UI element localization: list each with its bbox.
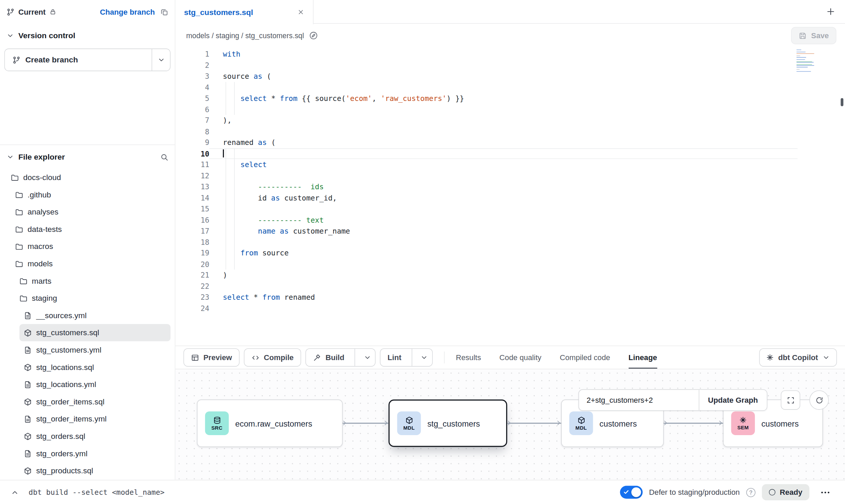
code-line-10[interactable]: 10	[175, 148, 845, 159]
preview-label: Preview	[203, 353, 232, 362]
code-line-23[interactable]: 23select * from renamed	[175, 292, 845, 302]
file-tree-item-stg_locations.yml[interactable]: stg_locations.yml	[19, 376, 171, 393]
dbt-copilot-button[interactable]: dbt Copilot	[759, 348, 837, 367]
lint-button[interactable]: Lint	[380, 348, 432, 367]
file-tree-item-__sources.yml[interactable]: __sources.yml	[19, 307, 171, 324]
line-number: 17	[175, 225, 210, 236]
code-line-11[interactable]: 11 select	[175, 159, 845, 170]
scrollbar-thumb[interactable]	[841, 98, 843, 106]
fullscreen-button[interactable]	[781, 390, 800, 410]
lint-dropdown[interactable]	[416, 349, 432, 366]
tab-lineage[interactable]: Lineage	[629, 346, 657, 369]
code-line-1[interactable]: 1with	[175, 48, 845, 59]
new-tab-icon[interactable]	[826, 7, 835, 16]
line-number: 7	[175, 115, 210, 126]
expand-panel-icon[interactable]	[11, 488, 19, 496]
code-line-8[interactable]: 8	[175, 126, 845, 137]
create-branch-dropdown[interactable]	[152, 49, 170, 71]
code-line-22[interactable]: 22	[175, 281, 845, 292]
code-line-7[interactable]: 7),	[175, 115, 845, 126]
file-tree-item-stg_order_items.yml[interactable]: stg_order_items.yml	[19, 410, 171, 428]
tab-stg_customers-sql[interactable]: stg_customers.sql	[175, 0, 314, 24]
line-number: 16	[175, 214, 210, 225]
file-tree-item-stg_orders.sql[interactable]: stg_orders.sql	[19, 428, 171, 445]
code-line-4[interactable]: 4	[175, 82, 845, 93]
code-line-2[interactable]: 2	[175, 60, 845, 71]
lineage-selector-input[interactable]: 2+stg_customers+2	[579, 390, 699, 410]
copy-icon[interactable]	[160, 8, 169, 16]
close-icon[interactable]	[297, 9, 304, 16]
code-line-9[interactable]: 9renamed as (	[175, 137, 845, 148]
node-label: stg_customers	[427, 419, 480, 428]
save-button[interactable]: Save	[791, 27, 836, 44]
folder-icon	[19, 277, 28, 285]
refresh-button[interactable]	[810, 390, 829, 410]
folder-icon	[15, 208, 23, 216]
minimap[interactable]	[797, 49, 815, 75]
lineage-panel[interactable]: SRCecom.raw_customersMDLstg_customersMDL…	[175, 369, 845, 480]
file-tree-item-data-tests[interactable]: data-tests	[11, 221, 171, 238]
file-name: models	[28, 260, 53, 268]
file-tree-item-stg_orders.yml[interactable]: stg_orders.yml	[19, 445, 171, 462]
code-text: renamed as (	[209, 137, 797, 148]
file-name: stg_orders.sql	[36, 432, 85, 440]
file-tree-item-docs-cloud[interactable]: docs-cloud	[6, 169, 171, 186]
file-tree-item-models[interactable]: models	[11, 255, 171, 272]
file-tree-item-stg_customers.yml[interactable]: stg_customers.yml	[19, 341, 171, 359]
code-line-21[interactable]: 21)	[175, 270, 845, 281]
code-line-5[interactable]: 5 select * from {{ source('ecom', 'raw_c…	[175, 93, 845, 104]
create-branch-button[interactable]: Create branch	[4, 48, 171, 71]
more-options-button[interactable]	[816, 484, 834, 500]
version-control-title: Version control	[18, 31, 75, 40]
search-icon[interactable]	[160, 153, 169, 161]
code-text: select	[209, 159, 797, 170]
code-line-14[interactable]: 14 id as customer_id,	[175, 192, 845, 203]
code-line-18[interactable]: 18	[175, 236, 845, 247]
file-tree-item-stg_order_items.sql[interactable]: stg_order_items.sql	[19, 393, 171, 411]
tab-code-quality[interactable]: Code quality	[499, 346, 541, 369]
folder-icon	[15, 191, 23, 199]
code-line-19[interactable]: 19 from source	[175, 248, 845, 258]
file-tree-item-macros[interactable]: macros	[11, 238, 171, 255]
lineage-edge	[507, 423, 561, 424]
file-tree-item-stg_products.sql[interactable]: stg_products.sql	[19, 462, 171, 479]
code-line-16[interactable]: 16 ---------- text	[175, 214, 845, 225]
tab-compiled-code[interactable]: Compiled code	[560, 346, 610, 369]
defer-label: Defer to staging/production	[649, 488, 740, 496]
code-line-6[interactable]: 6	[175, 104, 845, 115]
defer-toggle[interactable]	[620, 486, 642, 499]
file-tree-item-stg_customers.sql[interactable]: stg_customers.sql	[19, 324, 171, 341]
code-editor[interactable]: 1with23source as (45 select * from {{ so…	[175, 47, 845, 345]
status-ready-badge[interactable]: Ready	[762, 484, 809, 500]
preview-button[interactable]: Preview	[184, 348, 240, 367]
code-line-24[interactable]: 24	[175, 303, 845, 314]
status-bar: dbt build --select <model_name> Defer to…	[0, 480, 845, 504]
file-tree-item-analyses[interactable]: analyses	[11, 203, 171, 221]
file-tree-item-.github[interactable]: .github	[11, 186, 171, 203]
code-line-17[interactable]: 17 name as customer_name	[175, 225, 845, 236]
code-line-20[interactable]: 20	[175, 258, 845, 269]
compile-button[interactable]: Compile	[244, 348, 301, 367]
file-explorer-header[interactable]: File explorer	[0, 145, 175, 169]
build-button[interactable]: Build	[305, 348, 376, 367]
file-tree-item-marts[interactable]: marts	[15, 272, 170, 290]
change-branch-link[interactable]: Change branch	[100, 8, 155, 16]
file-tree-item-staging[interactable]: staging	[15, 290, 170, 307]
build-dropdown[interactable]	[359, 349, 375, 366]
save-label: Save	[811, 31, 829, 40]
edit-circle-icon[interactable]	[310, 31, 318, 40]
version-control-section-header[interactable]: Version control	[0, 24, 175, 45]
code-line-15[interactable]: 15	[175, 203, 845, 214]
code-line-12[interactable]: 12	[175, 170, 845, 181]
update-graph-button[interactable]: Update Graph	[699, 390, 767, 410]
lineage-node-stg_customers[interactable]: MDLstg_customers	[388, 400, 507, 447]
result-tabs: ResultsCode qualityCompiled codeLineage	[456, 346, 657, 369]
file-tree-item-stg_locations.sql[interactable]: stg_locations.sql	[19, 358, 171, 376]
arrow-icon	[505, 419, 513, 427]
help-icon[interactable]: ?	[746, 488, 756, 497]
code-line-3[interactable]: 3source as (	[175, 71, 845, 81]
lineage-node-ecom.raw_customers[interactable]: SRCecom.raw_customers	[197, 400, 343, 447]
current-branch[interactable]: Current	[6, 8, 56, 16]
code-line-13[interactable]: 13 ---------- ids	[175, 181, 845, 192]
tab-results[interactable]: Results	[456, 346, 481, 369]
